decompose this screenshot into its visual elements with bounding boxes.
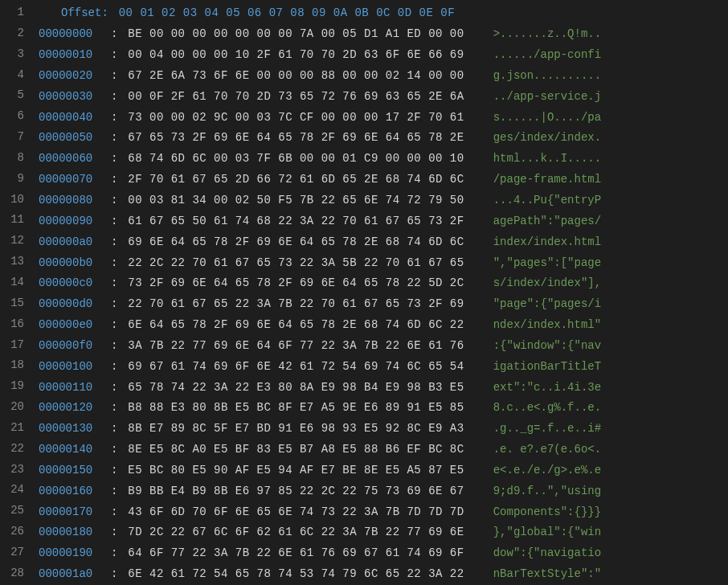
hex-row[interactable]: 00000000: BE 00 00 00 00 00 00 00 7A 00 …	[39, 24, 728, 45]
colon: :	[111, 129, 117, 147]
ascii-column: ges/index/index.	[464, 129, 601, 147]
hex-bytes[interactable]: 61 67 65 50 61 74 68 22 3A 22 70 61 67 6…	[117, 212, 464, 231]
hex-row[interactable]: 00000130: 8B E7 89 8C 5F E7 BD 91 E6 98 …	[39, 419, 728, 440]
hex-bytes[interactable]: 68 74 6D 6C 00 03 7F 6B 00 00 01 C9 00 0…	[117, 149, 464, 168]
line-number: 14	[6, 273, 24, 294]
hex-row[interactable]: 000000d0: 22 70 61 67 65 22 3A 7B 22 70 …	[39, 294, 728, 315]
hex-row[interactable]: 000000a0: 69 6E 64 65 78 2F 69 6E 64 65 …	[39, 231, 728, 252]
hex-bytes[interactable]: 6E 64 65 78 2F 69 6E 64 65 78 2E 68 74 6…	[117, 316, 464, 334]
colon: :	[111, 544, 117, 562]
offset-address: 000001a0	[39, 565, 111, 583]
colon: :	[111, 419, 117, 438]
hex-bytes[interactable]: 2F 70 61 67 65 2D 66 72 61 6D 65 2E 68 7…	[117, 170, 464, 189]
ascii-column: s/index/index"],	[464, 274, 601, 292]
ascii-column: ....../app-confi	[464, 46, 601, 64]
ascii-column: nBarTextStyle":"	[464, 565, 601, 583]
line-number: 17	[6, 336, 24, 357]
colon: :	[111, 191, 117, 210]
line-number: 15	[6, 294, 24, 315]
ascii-column: s......|O..../pa	[464, 108, 601, 127]
offset-address: 00000150	[39, 461, 111, 480]
hex-row[interactable]: 00000100: 69 67 61 74 69 6F 6E 42 61 72 …	[39, 356, 728, 377]
hex-row[interactable]: 00000050: 67 65 73 2F 69 6E 64 65 78 2F …	[39, 128, 728, 149]
line-number: 7	[6, 128, 24, 149]
hex-bytes[interactable]: 64 6F 77 22 3A 7B 22 6E 61 76 69 67 61 7…	[117, 544, 464, 562]
hex-bytes[interactable]: 8E E5 8C A0 E5 BF 83 E5 B7 A8 E5 88 B6 E…	[117, 440, 464, 459]
hex-row[interactable]: 000000f0: 3A 7B 22 77 69 6E 64 6F 77 22 …	[39, 336, 728, 357]
line-number: 9	[6, 170, 24, 190]
hex-row[interactable]: 00000090: 61 67 65 50 61 74 68 22 3A 22 …	[39, 211, 728, 231]
line-number: 24	[6, 481, 24, 501]
hex-bytes[interactable]: E5 BC 80 E5 90 AF E5 94 AF E7 BE 8E E5 A…	[117, 461, 464, 480]
hex-bytes[interactable]: 73 00 00 02 9C 00 03 7C CF 00 00 00 17 2…	[117, 108, 464, 127]
hex-row[interactable]: 00000190: 64 6F 77 22 3A 7B 22 6E 61 76 …	[39, 543, 728, 564]
hex-bytes[interactable]: BE 00 00 00 00 00 00 00 7A 00 05 D1 A1 E…	[117, 25, 464, 43]
hex-row[interactable]: 00000160: B9 BB E4 B9 8B E6 97 85 22 2C …	[39, 481, 728, 501]
line-number: 5	[6, 86, 24, 107]
offset-address: 000000b0	[39, 254, 111, 272]
colon: :	[111, 461, 117, 480]
offset-address: 000000d0	[39, 295, 111, 313]
hex-bytes[interactable]: 67 2E 6A 73 6F 6E 00 00 00 88 00 00 02 1…	[117, 67, 464, 85]
hex-bytes[interactable]: 22 70 61 67 65 22 3A 7B 22 70 61 67 65 7…	[117, 295, 464, 313]
offset-address: 00000120	[39, 399, 111, 417]
offset-header-label: Offset:	[39, 4, 108, 22]
colon: :	[111, 149, 117, 168]
hex-row[interactable]: 00000120: B8 88 E3 80 8B E5 BC 8F E7 A5 …	[39, 398, 728, 419]
line-number: 12	[6, 231, 24, 252]
hex-row[interactable]: 00000170: 43 6F 6D 70 6F 6E 65 6E 74 73 …	[39, 501, 728, 522]
hex-row[interactable]: 00000020: 67 2E 6A 73 6F 6E 00 00 00 88 …	[39, 66, 728, 87]
offset-address: 000000e0	[39, 316, 111, 334]
colon: :	[111, 67, 117, 85]
offset-address: 00000180	[39, 523, 111, 542]
hex-row[interactable]: 00000140: 8E E5 8C A0 E5 BF 83 E5 B7 A8 …	[39, 440, 728, 460]
hex-bytes[interactable]: 00 0F 2F 61 70 70 2D 73 65 72 76 69 63 6…	[117, 88, 464, 106]
hex-bytes[interactable]: 69 67 61 74 69 6F 6E 42 61 72 54 69 74 6…	[117, 358, 464, 376]
hex-row[interactable]: 00000080: 00 03 81 34 00 02 50 F5 7B 22 …	[39, 190, 728, 211]
line-number: 2	[6, 24, 24, 45]
hex-row[interactable]: 00000150: E5 BC 80 E5 90 AF E5 94 AF E7 …	[39, 460, 728, 481]
colon: :	[111, 399, 117, 417]
colon: :	[111, 88, 117, 106]
hex-bytes[interactable]: 65 78 74 22 3A 22 E3 80 8A E9 98 B4 E9 9…	[117, 378, 464, 397]
hex-row[interactable]: 00000110: 65 78 74 22 3A 22 E3 80 8A E9 …	[39, 377, 728, 398]
hex-row[interactable]: 00000180: 7D 2C 22 67 6C 6F 62 61 6C 22 …	[39, 522, 728, 543]
hex-bytes[interactable]: 6E 42 61 72 54 65 78 74 53 74 79 6C 65 2…	[117, 565, 464, 583]
line-number: 3	[6, 45, 24, 66]
hex-row[interactable]: 00000060: 68 74 6D 6C 00 03 7F 6B 00 00 …	[39, 149, 728, 170]
ascii-column: 9;d9.f..","using	[464, 482, 601, 501]
line-number: 10	[6, 190, 24, 211]
hex-bytes[interactable]: 8B E7 89 8C 5F E7 BD 91 E6 98 93 E5 92 8…	[117, 419, 464, 438]
line-number: 11	[6, 211, 24, 231]
hex-bytes[interactable]: 43 6F 6D 70 6F 6E 65 6E 74 73 22 3A 7B 7…	[117, 503, 464, 522]
hex-content[interactable]: Offset: 00 01 02 03 04 05 06 07 08 09 0A…	[39, 0, 728, 585]
offset-address: 000000f0	[39, 337, 111, 355]
hex-row[interactable]: 00000040: 73 00 00 02 9C 00 03 7C CF 00 …	[39, 107, 728, 128]
hex-bytes[interactable]: 3A 7B 22 77 69 6E 64 6F 77 22 3A 7B 22 6…	[117, 337, 464, 355]
ascii-column: index/index.html	[464, 233, 601, 252]
hex-bytes[interactable]: 69 6E 64 65 78 2F 69 6E 64 65 78 2E 68 7…	[117, 233, 464, 252]
hex-bytes[interactable]: 67 65 73 2F 69 6E 64 65 78 2F 69 6E 64 6…	[117, 129, 464, 147]
offset-address: 00000160	[39, 482, 111, 501]
offset-address: 00000170	[39, 503, 111, 522]
ascii-column: },"global":{"win	[464, 523, 601, 542]
hex-row[interactable]: 00000010: 00 04 00 00 00 10 2F 61 70 70 …	[39, 45, 728, 66]
offset-address: 000000a0	[39, 233, 111, 252]
hex-row[interactable]: 000001a0: 6E 42 61 72 54 65 78 74 53 74 …	[39, 564, 728, 585]
hex-bytes[interactable]: 7D 2C 22 67 6C 6F 62 61 6C 22 3A 7B 22 7…	[117, 523, 464, 542]
hex-bytes[interactable]: B9 BB E4 B9 8B E6 97 85 22 2C 22 75 73 6…	[117, 482, 464, 501]
hex-row[interactable]: 000000c0: 73 2F 69 6E 64 65 78 2F 69 6E …	[39, 273, 728, 294]
hex-bytes[interactable]: 00 03 81 34 00 02 50 F5 7B 22 65 6E 74 7…	[117, 191, 464, 210]
hex-bytes[interactable]: 22 2C 22 70 61 67 65 73 22 3A 5B 22 70 6…	[117, 254, 464, 272]
colon: :	[111, 503, 117, 522]
hex-bytes[interactable]: 00 04 00 00 00 10 2F 61 70 70 2D 63 6F 6…	[117, 46, 464, 64]
hex-bytes[interactable]: 73 2F 69 6E 64 65 78 2F 69 6E 64 65 78 2…	[117, 274, 464, 292]
offset-address: 00000190	[39, 544, 111, 562]
line-gutter: 1234567891011121314151617181920212223242…	[0, 0, 39, 585]
hex-row[interactable]: 000000e0: 6E 64 65 78 2F 69 6E 64 65 78 …	[39, 315, 728, 336]
colon: :	[111, 316, 117, 334]
hex-row[interactable]: 00000030: 00 0F 2F 61 70 70 2D 73 65 72 …	[39, 86, 728, 107]
hex-row[interactable]: 000000b0: 22 2C 22 70 61 67 65 73 22 3A …	[39, 252, 728, 273]
hex-bytes[interactable]: B8 88 E3 80 8B E5 BC 8F E7 A5 9E E6 89 9…	[117, 399, 464, 417]
hex-row[interactable]: 00000070: 2F 70 61 67 65 2D 66 72 61 6D …	[39, 170, 728, 190]
